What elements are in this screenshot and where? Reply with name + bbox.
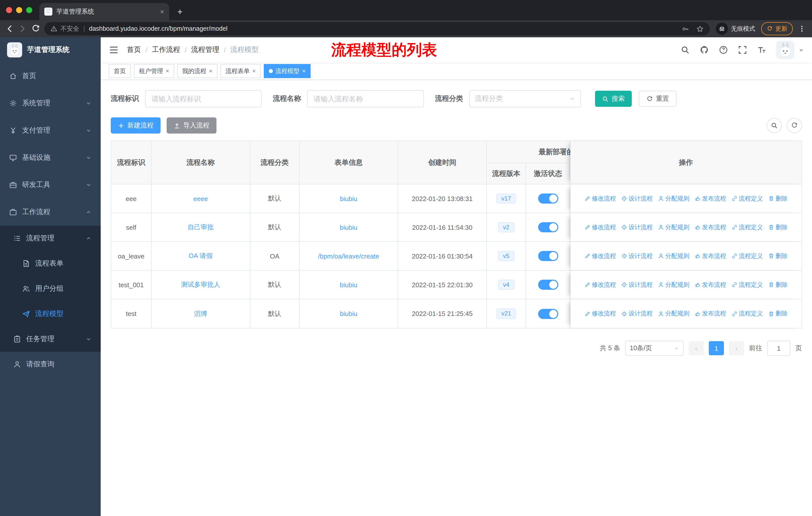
url-text[interactable]: dashboard.yudao.iocoder.cn/bpm/manager/m… (89, 25, 228, 32)
refresh-table-button[interactable] (787, 118, 802, 133)
close-window-button[interactable] (6, 7, 12, 13)
search-button[interactable]: 搜索 (595, 91, 632, 107)
page-size-select[interactable]: 10条/页 (625, 341, 684, 356)
publish-process-link[interactable]: 发布流程 (694, 223, 726, 232)
delete-process-link[interactable]: 删除 (768, 223, 788, 232)
next-page-button[interactable]: › (729, 341, 744, 355)
process-definition-link[interactable]: 流程定义 (731, 309, 763, 318)
form-info-link[interactable]: biubiu (340, 281, 357, 289)
assign-rule-link[interactable]: 分配规则 (658, 309, 689, 318)
design-process-link[interactable]: 设计流程 (621, 252, 653, 260)
process-name-link[interactable]: eeee (193, 195, 208, 202)
close-icon[interactable]: × (252, 67, 256, 75)
delete-process-link[interactable]: 删除 (768, 252, 788, 260)
edit-process-link[interactable]: 修改流程 (584, 252, 616, 260)
prev-page-button[interactable]: ‹ (689, 341, 704, 355)
tab-close-icon[interactable]: × (160, 7, 164, 16)
address-bar[interactable]: 不安全 | dashboard.yudao.iocoder.cn/bpm/man… (44, 22, 710, 35)
sidebar-item-process-forms[interactable]: 流程表单 (0, 251, 101, 276)
goto-page-input[interactable] (767, 341, 790, 356)
import-process-button[interactable]: 导入流程 (167, 117, 216, 134)
form-info-link[interactable]: biubiu (340, 310, 357, 318)
form-info-link[interactable]: biubiu (340, 223, 357, 231)
tag-home[interactable]: 首页 (109, 64, 131, 78)
design-process-link[interactable]: 设计流程 (621, 309, 653, 318)
publish-process-link[interactable]: 发布流程 (694, 280, 726, 289)
security-label[interactable]: 不安全 (60, 24, 79, 33)
process-definition-link[interactable]: 流程定义 (731, 194, 763, 203)
process-name-link[interactable]: 滔博 (194, 309, 207, 318)
breadcrumb-workflow[interactable]: 工作流程 (152, 45, 180, 54)
delete-process-link[interactable]: 删除 (768, 309, 788, 318)
new-tab-button[interactable] (173, 5, 186, 18)
design-process-link[interactable]: 设计流程 (621, 194, 653, 203)
process-name-link[interactable]: 测试多审批人 (181, 280, 220, 289)
tag-process-forms[interactable]: 流程表单 × (221, 64, 261, 78)
close-icon[interactable]: × (209, 67, 212, 75)
process-name-link[interactable]: OA 请假 (188, 251, 212, 261)
publish-process-link[interactable]: 发布流程 (694, 252, 726, 260)
reload-icon[interactable] (31, 24, 40, 33)
github-icon[interactable] (700, 45, 709, 54)
edit-process-link[interactable]: 修改流程 (584, 194, 616, 203)
current-page-button[interactable]: 1 (709, 341, 724, 355)
reset-button[interactable]: 重置 (639, 91, 676, 107)
process-category-select[interactable]: 流程分类 (469, 90, 581, 107)
close-icon[interactable]: × (302, 67, 306, 75)
breadcrumb-process-management[interactable]: 流程管理 (191, 45, 220, 54)
tag-my-processes[interactable]: 我的流程 × (177, 64, 218, 78)
create-process-button[interactable]: 新建流程 (111, 117, 161, 134)
sidebar-item-process-management[interactable]: 流程管理 (0, 226, 101, 251)
status-toggle[interactable] (538, 193, 558, 203)
assign-rule-link[interactable]: 分配规则 (658, 252, 689, 260)
design-process-link[interactable]: 设计流程 (621, 223, 653, 232)
sidebar-item-task-management[interactable]: 任务管理 (0, 327, 101, 352)
tag-tenant-management[interactable]: 租户管理 × (134, 64, 174, 78)
sidebar-item-home[interactable]: 首页 (0, 62, 101, 90)
status-toggle[interactable] (538, 222, 558, 232)
assign-rule-link[interactable]: 分配规则 (658, 194, 689, 203)
sidebar-item-leave-query[interactable]: 请假查询 (0, 352, 101, 377)
sidebar-item-user-groups[interactable]: 用户分组 (0, 276, 101, 301)
hamburger-icon[interactable] (109, 45, 119, 55)
forward-icon[interactable] (18, 24, 27, 33)
edit-process-link[interactable]: 修改流程 (584, 280, 616, 289)
back-icon[interactable] (5, 24, 14, 33)
assign-rule-link[interactable]: 分配规则 (658, 223, 689, 232)
close-icon[interactable]: × (166, 67, 169, 75)
not-secure-warning-icon[interactable] (50, 25, 57, 32)
sidebar-item-process-models[interactable]: 流程模型 (0, 301, 101, 327)
password-key-icon[interactable] (682, 25, 689, 32)
status-toggle[interactable] (538, 309, 558, 319)
sidebar-item-infrastructure[interactable]: 基础设施 (0, 144, 101, 171)
breadcrumb-home[interactable]: 首页 (127, 45, 141, 54)
font-size-icon[interactable] (757, 45, 766, 54)
process-definition-link[interactable]: 流程定义 (731, 252, 763, 260)
avatar[interactable] (776, 41, 794, 59)
design-process-link[interactable]: 设计流程 (621, 280, 653, 289)
publish-process-link[interactable]: 发布流程 (694, 309, 726, 318)
sidebar-item-system[interactable]: 系统管理 (0, 90, 101, 117)
form-info-link[interactable]: /bpm/oa/leave/create (318, 252, 379, 260)
status-toggle[interactable] (538, 280, 558, 290)
search-icon[interactable] (680, 45, 690, 54)
sidebar-item-devtools[interactable]: 研发工具 (0, 171, 101, 198)
help-icon[interactable] (719, 45, 728, 54)
browser-menu-icon[interactable] (798, 25, 806, 33)
bookmark-star-icon[interactable] (696, 25, 704, 32)
edit-process-link[interactable]: 修改流程 (584, 223, 616, 232)
delete-process-link[interactable]: 删除 (768, 280, 788, 289)
browser-tab[interactable]: 芋道管理系统 × (39, 3, 169, 20)
zoom-window-button[interactable] (26, 7, 32, 13)
status-toggle[interactable] (538, 251, 558, 261)
edit-process-link[interactable]: 修改流程 (584, 309, 616, 318)
tag-process-models[interactable]: 流程模型 × (264, 64, 311, 78)
sidebar-item-workflow[interactable]: 工作流程 (0, 198, 101, 226)
process-id-input[interactable] (145, 90, 262, 107)
process-definition-link[interactable]: 流程定义 (731, 280, 763, 289)
minimize-window-button[interactable] (16, 7, 22, 13)
delete-process-link[interactable]: 删除 (768, 194, 788, 203)
fullscreen-icon[interactable] (738, 45, 747, 54)
form-info-link[interactable]: biubiu (340, 195, 357, 202)
assign-rule-link[interactable]: 分配规则 (658, 280, 689, 289)
